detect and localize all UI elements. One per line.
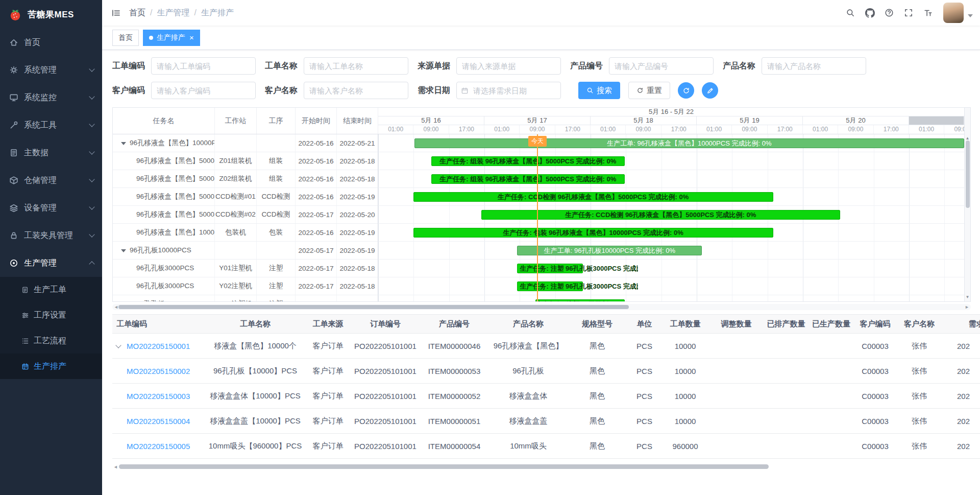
app-logo[interactable]: 苦糖果MES — [0, 0, 102, 29]
sidebar-item-device-mgmt[interactable]: 设备管理 — [0, 194, 102, 222]
order-link[interactable]: MO202205150004 — [127, 417, 190, 426]
scroll-down-arrow[interactable]: ▼ — [965, 295, 970, 300]
scroll-left-arrow[interactable]: ◄ — [114, 304, 118, 310]
product-code-input[interactable] — [609, 57, 714, 75]
gantt-task-row[interactable]: 96孔移液盒【黑色】5000PCSZ01组装机组装2022-05-162022-… — [113, 152, 378, 170]
search-icon — [846, 8, 855, 17]
gantt-task-row[interactable]: 96孔移液盒【黑色】5000PCSCCD检测#02CCD检测2022-05-17… — [113, 206, 378, 224]
tree-expand-icon[interactable] — [121, 249, 126, 255]
sidebar-item-master-data[interactable]: 主数据 — [0, 139, 102, 167]
sidebar-item-craft-flow[interactable]: 工艺流程 — [0, 328, 102, 353]
gantt-task-row[interactable]: 96孔移液盒【黑色】10000PCS包装机包装2022-05-162022-05… — [113, 224, 378, 242]
edit-circle-button[interactable] — [702, 82, 718, 99]
gantt-task-row[interactable]: 96孔移液盒【黑色】5000PCSZ02组装机组装2022-05-162022-… — [113, 170, 378, 188]
gantt-horizontal-scrollbar[interactable]: ◄ ► — [112, 304, 971, 310]
tab-home[interactable]: 首页 — [112, 30, 139, 46]
cell-source: 客户订单 — [304, 409, 352, 434]
gantt-task-row[interactable]: 96孔孔板10000PCS2022-05-172022-05-19 — [113, 242, 378, 260]
gantt-task-cell: 包装机 — [215, 224, 257, 241]
device-icon — [9, 203, 18, 213]
gantt-task-bar[interactable]: 生产任务: 注塑 96孔孔板3000PCS 完成比例: 0% — [517, 264, 583, 273]
timeline-hour: 17:00 — [874, 125, 909, 134]
gantt-task-bar[interactable]: 生产任务: 包装 96孔移液盒【黑色】10000PCS 完成比例: 0% — [413, 228, 773, 238]
search-icon[interactable] — [842, 2, 859, 23]
breadcrumb-item-home[interactable]: 首页 — [129, 8, 145, 18]
cell-cust_code: C00003 — [853, 334, 897, 359]
scroll-right-arrow[interactable]: ► — [965, 304, 969, 310]
gantt-project-bar[interactable]: 生产工单: 96孔移液盒【黑色】10000PCS 完成比例: 0% — [414, 138, 964, 148]
column-header-code: 工单编码 — [112, 315, 207, 334]
schedule-icon — [21, 363, 29, 370]
refresh-circle-button[interactable] — [678, 82, 694, 99]
fullscreen-icon[interactable] — [900, 2, 917, 23]
navbar-actions — [842, 2, 973, 23]
gantt-task-bar[interactable]: 生产任务: CCD检测 96孔移液盒【黑色】5000PCS 完成比例: 0% — [413, 192, 773, 202]
gantt-task-bar[interactable]: 生产任务: CCD检测 96孔移液盒【黑色】5000PCS 完成比例: 0% — [481, 210, 840, 220]
column-header-qty: 工单数量 — [661, 315, 709, 334]
tree-expand-icon[interactable] — [121, 142, 126, 148]
tools-icon — [9, 121, 18, 130]
table-hscroll-thumb[interactable] — [119, 464, 769, 469]
order-link[interactable]: MO202205150005 — [127, 442, 190, 451]
order-link[interactable]: MO202205150001 — [127, 342, 190, 350]
gantt-task-bar[interactable]: 生产任务: 组装 96孔移液盒【黑色】5000PCS 完成比例: 0% — [431, 156, 625, 166]
sidebar-item-system-mgmt[interactable]: 系统管理 — [0, 56, 102, 84]
gantt-hscroll-thumb[interactable] — [118, 305, 629, 309]
sidebar-item-system-tools[interactable]: 系统工具 — [0, 111, 102, 139]
gantt-task-bar[interactable]: 生产任务: 注塑 96孔孔板3000PCS 完成比例: 0% — [517, 281, 583, 291]
gantt-task-row[interactable]: 96孔移液盒【黑色】5000PCSCCD检测#01CCD检测2022-05-16… — [113, 188, 378, 206]
table-horizontal-scrollbar[interactable]: ◄ — [112, 464, 980, 469]
chevron-down-icon[interactable] — [968, 14, 973, 20]
vertical-scroll-thumb[interactable] — [966, 140, 970, 208]
work-order-code-input[interactable] — [151, 57, 256, 75]
cell-item: ITEM00000051 — [419, 409, 490, 434]
filter-label: 需求日期 — [418, 85, 450, 96]
order-link[interactable]: MO202205150003 — [127, 392, 190, 400]
sidebar-item-production-mgmt[interactable]: 生产管理 — [0, 249, 102, 277]
scroll-left-arrow[interactable]: ◄ — [113, 464, 118, 470]
gantt-task-cell: CCD检测#02 — [215, 206, 257, 223]
github-icon[interactable] — [861, 2, 878, 23]
sidebar-item-fixture-mgmt[interactable]: 工装夹具管理 — [0, 222, 102, 249]
sidebar-item-system-monitor[interactable]: 系统监控 — [0, 84, 102, 111]
tab-production-schedule[interactable]: 生产排产× — [143, 30, 200, 46]
cell-product: 96孔移液盒【黑色】 — [490, 334, 567, 359]
reset-button[interactable]: 重置 — [628, 82, 670, 99]
gantt-task-bar[interactable]: 生产任务: 注塑 96孔孔板3000PCS 完成比例: 0% — [535, 299, 625, 301]
gantt-task-cell: CCD检测 — [257, 188, 296, 205]
demand-date-input[interactable] — [456, 82, 561, 99]
font-size-icon[interactable] — [919, 2, 937, 23]
gantt-task-cell: Z02组装机 — [215, 170, 257, 187]
timeline-day: 5月 20 — [803, 116, 909, 125]
sidebar-item-process-settings[interactable]: 工序设置 — [0, 302, 102, 328]
gantt-task-row[interactable]: 96孔孔板3000PCSY01注塑机注塑2022-05-172022-05-18 — [113, 260, 378, 277]
sidebar-item-production-workorder[interactable]: 生产工单 — [0, 277, 102, 302]
gantt-timeline: 5月 16 - 5月 22 5月 165月 175月 185月 195月 20 … — [378, 108, 964, 301]
gantt-task-row[interactable]: 96孔孔板3000PCSY03注塑机注塑2022-05-172022-05-18 — [113, 295, 378, 301]
breadcrumb-separator: / — [150, 8, 152, 17]
customer-code-input[interactable] — [151, 82, 256, 99]
help-icon[interactable] — [880, 2, 898, 23]
search-button[interactable]: 搜索 — [578, 82, 620, 99]
work-order-name-input[interactable] — [304, 57, 408, 75]
customer-name-input[interactable] — [304, 82, 408, 99]
sidebar-item-production-schedule[interactable]: 生产排产 — [0, 353, 102, 379]
gantt-task-cell: 2022-05-19 — [337, 224, 378, 241]
gantt-project-bar[interactable]: 生产工单: 96孔孔板10000PCS 完成比例: 0% — [517, 246, 702, 255]
gantt-task-bar[interactable]: 生产任务: 组装 96孔移液盒【黑色】5000PCS 完成比例: 0% — [431, 174, 625, 184]
sidebar-item-home[interactable]: 首页 — [0, 29, 102, 56]
gantt-task-row[interactable]: 96孔移液盒【黑色】10000PCS2022-05-162022-05-21 — [113, 134, 378, 152]
product-name-input[interactable] — [762, 57, 866, 75]
hamburger-icon[interactable] — [111, 8, 121, 18]
avatar[interactable] — [943, 3, 964, 23]
order-link[interactable]: MO202205150002 — [127, 367, 190, 375]
gantt-vertical-scrollbar[interactable]: ▲ ▼ — [964, 108, 970, 301]
chevron-down-icon[interactable] — [115, 342, 121, 348]
close-icon[interactable]: × — [189, 34, 194, 41]
cell-cust_name: 张伟 — [897, 334, 942, 359]
cell-spec: 黑色 — [567, 384, 628, 409]
gantt-task-row[interactable]: 96孔孔板3000PCSY02注塑机注塑2022-05-172022-05-18 — [113, 277, 378, 295]
source-doc-input[interactable] — [456, 57, 561, 75]
tab-label: 生产排产 — [157, 33, 185, 42]
sidebar-item-warehouse-mgmt[interactable]: 仓储管理 — [0, 167, 102, 194]
